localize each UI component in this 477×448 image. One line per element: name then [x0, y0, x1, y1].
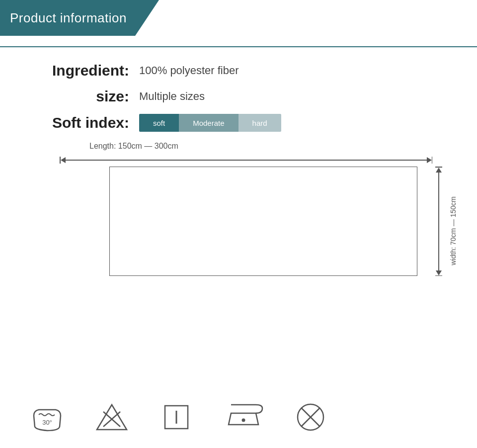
- header-banner: Product information: [0, 0, 477, 47]
- header-title-background: Product information: [0, 0, 159, 36]
- length-arrow: [60, 157, 432, 164]
- svg-text:30°: 30°: [42, 419, 52, 426]
- ingredient-label: Ingredient:: [30, 62, 129, 79]
- tick-right: [432, 157, 433, 164]
- no-bleach-icon: [94, 401, 129, 433]
- length-label: Length: 150cm — 300cm: [89, 142, 178, 151]
- tick-bottom: [435, 275, 442, 276]
- size-label: size:: [30, 88, 129, 105]
- soft-index-bar: soft Moderate hard: [139, 114, 281, 132]
- length-arrow-line: [66, 160, 427, 161]
- size-value: Multiple sizes: [139, 90, 205, 103]
- svg-marker-1: [97, 405, 127, 430]
- ingredient-row: Ingredient: 100% polyester fiber: [30, 62, 447, 79]
- width-label: width: 70cm — 150cm: [449, 196, 457, 266]
- svg-point-7: [242, 419, 245, 422]
- ingredient-value: 100% polyester fiber: [139, 64, 239, 77]
- soft-seg-moderate: Moderate: [179, 114, 238, 132]
- product-rectangle: [109, 167, 417, 276]
- soft-seg-soft: soft: [139, 114, 179, 132]
- soft-seg-hard: hard: [238, 114, 281, 132]
- arrow-head-left: [61, 157, 66, 163]
- dimension-diagram: Length: 150cm — 300cm width: 70cm — 150c…: [45, 142, 457, 296]
- soft-index-row: Soft index: soft Moderate hard: [30, 114, 447, 132]
- arrow-head-right: [427, 157, 432, 163]
- size-row: size: Multiple sizes: [30, 88, 447, 105]
- tumble-dry-icon: [159, 401, 194, 433]
- width-arrow-line: [438, 173, 439, 270]
- arrow-head-up: [436, 168, 442, 173]
- no-dry-clean-icon: [293, 401, 328, 433]
- soft-index-label: Soft index:: [30, 114, 129, 131]
- iron-icon: [224, 401, 263, 433]
- width-arrow: [435, 167, 442, 276]
- main-content: Ingredient: 100% polyester fiber size: M…: [0, 47, 477, 311]
- care-icons-row: 30°: [30, 401, 328, 433]
- page-title: Product information: [10, 10, 127, 26]
- wash-30-icon: 30°: [30, 401, 65, 433]
- arrow-head-down: [436, 270, 442, 275]
